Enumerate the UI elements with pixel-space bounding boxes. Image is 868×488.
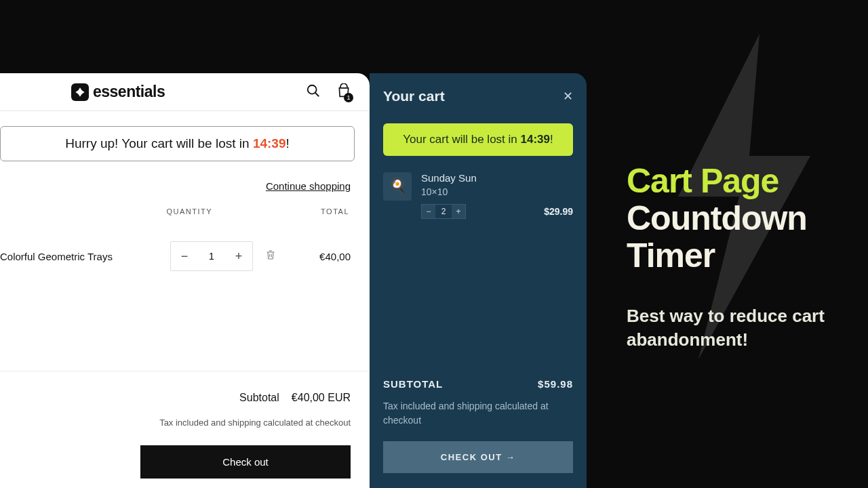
drawer-tax-note: Tax included and shipping calculated at … — [383, 399, 573, 428]
heading-line-2: Countdown Timer — [627, 200, 850, 274]
quantity-stepper: − 1 + — [170, 241, 253, 271]
trash-icon[interactable] — [265, 249, 276, 264]
drawer-countdown-banner: Your cart will be lost in 14:39! — [383, 123, 573, 156]
search-icon[interactable] — [306, 83, 321, 101]
svg-point-0 — [308, 85, 317, 94]
cart-drawer: Your cart ✕ Your cart will be lost in 14… — [370, 73, 587, 488]
drawer-item: 🍳 Sunday Sun 10×10 − 2 + $29.99 — [383, 172, 573, 219]
banner-timer: 14:39 — [253, 136, 286, 150]
brand-logo-text: essentials — [93, 83, 165, 101]
drawer-banner-timer: 14:39 — [521, 133, 550, 146]
cart-row: Colorful Geometric Trays − 1 + €40,00 — [0, 222, 370, 290]
col-total: TOTAL — [321, 207, 349, 216]
heading-line-1: Cart Page — [627, 163, 850, 200]
qty-decrease-button[interactable]: − — [171, 242, 198, 270]
continue-shopping-link[interactable]: Continue shopping — [266, 180, 351, 192]
svg-line-1 — [315, 92, 319, 96]
product-thumb: 🍳 — [383, 172, 412, 201]
cart-footer: Subtotal €40,00 EUR Tax included and shi… — [0, 371, 370, 488]
cart-page-panel: essentials 1 Hurry up! Your cart will be… — [0, 73, 370, 488]
drawer-item-price: $29.99 — [544, 206, 573, 217]
tax-note: Tax included and shipping calculated at … — [0, 418, 351, 428]
row-total: €40,00 — [303, 251, 351, 262]
checkout-button[interactable]: Check out — [140, 445, 351, 479]
drawer-title: Your cart — [383, 88, 445, 104]
table-header: QUANTITY TOTAL — [0, 192, 370, 222]
cart-page-header: essentials 1 — [0, 73, 370, 111]
subheading: Best way to reduce cart abandonment! — [627, 304, 850, 352]
drawer-qty-decrease-button[interactable]: − — [422, 205, 435, 218]
brand-logo[interactable]: essentials — [71, 83, 165, 101]
product-name: Colorful Geometric Trays — [0, 251, 170, 262]
drawer-product-name: Sunday Sun — [421, 172, 573, 184]
subtotal-label: Subtotal — [239, 392, 279, 404]
drawer-variant: 10×10 — [421, 186, 573, 197]
drawer-qty-value: 2 — [435, 207, 452, 216]
drawer-checkout-button[interactable]: CHECK OUT → — [383, 441, 573, 473]
countdown-banner: Hurry up! Your cart will be lost in 14:3… — [0, 126, 355, 161]
drawer-banner-suffix: ! — [550, 133, 553, 146]
drawer-subtotal-label: SUBTOTAL — [383, 378, 443, 390]
drawer-qty-increase-button[interactable]: + — [452, 205, 465, 218]
qty-value: 1 — [198, 251, 225, 262]
drawer-footer: SUBTOTAL $59.98 Tax included and shippin… — [383, 378, 573, 473]
banner-suffix: ! — [286, 136, 290, 150]
cart-bag-icon[interactable]: 1 — [337, 83, 351, 101]
qty-increase-button[interactable]: + — [225, 242, 252, 270]
cart-badge: 1 — [344, 93, 353, 102]
marketing-copy: Cart Page Countdown Timer Best way to re… — [627, 163, 850, 352]
close-icon[interactable]: ✕ — [563, 89, 573, 104]
col-qty: QUANTITY — [166, 207, 212, 216]
drawer-banner-prefix: Your cart will be lost in — [403, 133, 520, 146]
brand-logo-icon — [71, 83, 89, 101]
subtotal-value: €40,00 EUR — [292, 392, 351, 404]
drawer-subtotal-value: $59.98 — [538, 378, 573, 390]
drawer-qty-stepper: − 2 + — [421, 204, 466, 219]
banner-prefix: Hurry up! Your cart will be lost in — [65, 136, 253, 150]
